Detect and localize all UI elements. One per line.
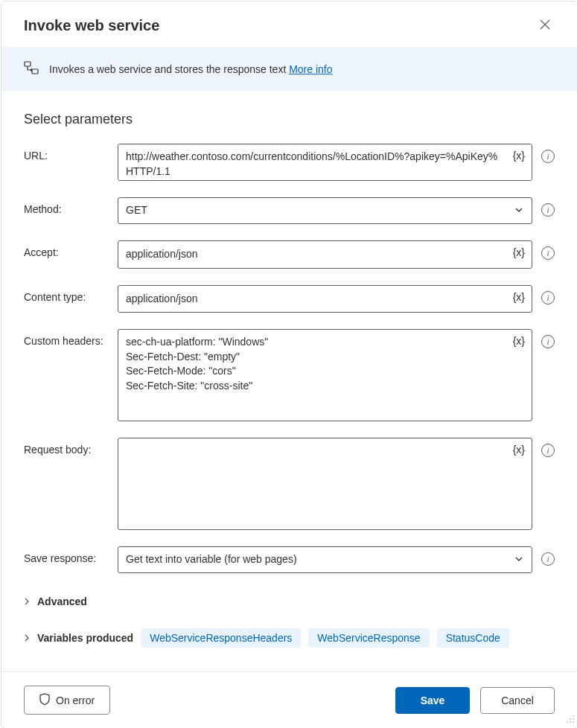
on-error-button[interactable]: On error — [24, 686, 110, 715]
close-button[interactable] — [535, 15, 555, 36]
info-icon[interactable]: i — [541, 335, 555, 348]
info-icon[interactable]: i — [541, 444, 555, 457]
variable-picker-icon[interactable]: {x} — [513, 150, 525, 162]
chevron-right-icon — [24, 634, 31, 642]
save-response-value: Get text into variable (for web pages) — [126, 552, 297, 567]
info-icon[interactable]: i — [541, 552, 555, 566]
close-icon — [540, 19, 550, 30]
dialog-content: Select parameters URL: {x} i Method: GET — [1, 91, 577, 671]
label-url: URL: — [24, 144, 118, 162]
dialog-title: Invoke web service — [24, 17, 159, 34]
custom-headers-input[interactable] — [118, 329, 532, 421]
more-info-link[interactable]: More info — [289, 63, 332, 75]
request-body-input[interactable] — [118, 438, 532, 530]
label-content-type: Content type: — [24, 285, 118, 303]
svg-rect-0 — [25, 62, 31, 66]
variable-picker-icon[interactable]: {x} — [513, 246, 525, 258]
footer-right: Save Cancel — [395, 687, 555, 714]
variable-pill[interactable]: WebServiceResponse — [308, 628, 429, 648]
field-row-accept: Accept: {x} i — [24, 240, 555, 269]
invoke-web-service-dialog: Invoke web service Invokes a web service… — [1, 1, 577, 728]
variables-produced-label: Variables produced — [37, 632, 133, 644]
variables-produced-row: Variables produced WebServiceResponseHea… — [24, 622, 555, 654]
variable-picker-icon[interactable]: {x} — [513, 291, 525, 303]
field-row-save-response: Save response: Get text into variable (f… — [24, 546, 555, 573]
advanced-label: Advanced — [37, 596, 87, 607]
cancel-button[interactable]: Cancel — [480, 687, 555, 714]
label-request-body: Request body: — [24, 438, 118, 456]
label-accept: Accept: — [24, 240, 118, 258]
method-value: GET — [126, 203, 147, 218]
dialog-footer: On error Save Cancel — [1, 671, 577, 728]
variable-pill[interactable]: WebServiceResponseHeaders — [141, 628, 301, 648]
field-row-content-type: Content type: {x} i — [24, 285, 555, 313]
variable-pill[interactable]: StatusCode — [437, 628, 509, 648]
variable-picker-icon[interactable]: {x} — [513, 335, 525, 347]
field-row-request-body: Request body: {x} i — [24, 438, 555, 530]
info-banner: Invokes a web service and stores the res… — [1, 47, 577, 91]
save-button[interactable]: Save — [395, 687, 470, 714]
content-type-input[interactable] — [118, 285, 532, 313]
info-icon[interactable]: i — [541, 150, 555, 163]
url-input[interactable] — [118, 144, 532, 181]
section-title: Select parameters — [24, 112, 555, 127]
shield-icon — [39, 693, 50, 707]
svg-rect-1 — [32, 69, 38, 74]
method-select[interactable]: GET — [118, 197, 532, 224]
field-row-custom-headers: Custom headers: {x} i — [24, 329, 555, 421]
banner-text: Invokes a web service and stores the res… — [49, 63, 333, 75]
label-save-response: Save response: — [24, 546, 118, 564]
chevron-right-icon — [24, 598, 31, 605]
accept-input[interactable] — [118, 240, 532, 269]
save-response-select[interactable]: Get text into variable (for web pages) — [118, 546, 532, 573]
info-icon[interactable]: i — [541, 246, 555, 260]
web-service-icon — [24, 60, 39, 77]
info-icon[interactable]: i — [541, 291, 555, 304]
field-row-method: Method: GET i — [24, 197, 555, 224]
dialog-header: Invoke web service — [1, 1, 577, 47]
advanced-expander[interactable]: Advanced — [24, 590, 555, 613]
label-custom-headers: Custom headers: — [24, 329, 118, 347]
field-row-url: URL: {x} i — [24, 144, 555, 181]
banner-description: Invokes a web service and stores the res… — [49, 63, 289, 75]
on-error-label: On error — [56, 695, 95, 706]
label-method: Method: — [24, 197, 118, 215]
variable-picker-icon[interactable]: {x} — [513, 444, 525, 456]
variables-produced-expander[interactable]: Variables produced — [24, 632, 133, 644]
info-icon[interactable]: i — [541, 203, 555, 217]
